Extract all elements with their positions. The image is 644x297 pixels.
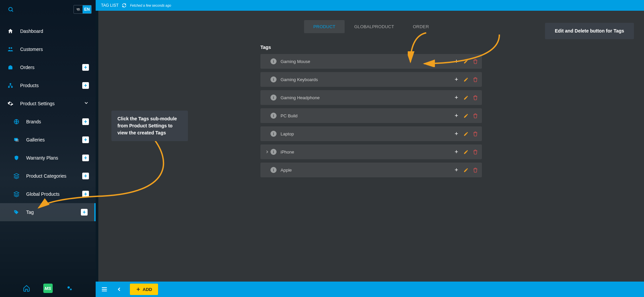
nav-add-orders[interactable]: + [82,64,89,71]
back-button[interactable] [115,285,123,293]
chevron-right-icon [265,150,269,154]
subnav-add-warranty[interactable]: + [82,155,89,161]
trash-icon [473,131,478,136]
delete-button[interactable] [472,130,479,137]
subnav-categories[interactable]: Product Categories + [0,167,96,185]
nav-product-settings[interactable]: Product Settings [0,95,96,113]
search-icon [8,6,14,12]
subnav-add-brands[interactable]: + [82,118,89,125]
add-child-button[interactable]: + [453,94,460,101]
nav-add-products[interactable]: + [82,82,89,89]
language-toggle: বাং EN [73,5,92,14]
svg-rect-9 [15,139,19,142]
refresh-button[interactable] [122,3,127,8]
products-icon [7,82,14,89]
info-icon[interactable]: i [270,95,277,101]
tab-globalproduct[interactable]: GLOBALPRODUCT [345,20,403,33]
subnav-add-categories[interactable]: + [82,173,89,179]
subnav-global-products[interactable]: Global Products + [0,185,96,203]
menu-button[interactable] [100,285,108,293]
delete-button[interactable] [472,148,479,155]
trash-icon [473,168,478,173]
info-icon[interactable]: i [270,131,277,137]
tab-order[interactable]: ORDER [403,20,438,33]
tag-actions: + [453,112,479,119]
info-icon[interactable]: i [270,113,277,119]
tag-actions: + [453,167,479,173]
nav-label-dashboard: Dashboard [20,28,89,34]
edit-button[interactable] [462,130,469,137]
callout-tags-submodule: Click the Tags sub-module from Product S… [111,111,188,141]
info-icon[interactable]: i [270,76,277,82]
menu-icon [101,286,108,293]
subnav-add-galleries[interactable]: + [82,136,89,143]
nav-label-products: Products [20,83,82,88]
footer-settings[interactable] [65,284,73,292]
subnav-brands[interactable]: Brands + [0,113,96,131]
svg-point-10 [15,211,15,212]
lang-en[interactable]: EN [83,5,91,13]
delete-button[interactable] [472,94,479,101]
sidebar-footer: MS [0,280,96,297]
delete-button[interactable] [472,76,479,83]
edit-button[interactable] [462,94,469,101]
trash-icon [473,95,478,100]
info-icon[interactable]: i [270,149,277,155]
info-icon[interactable]: i [270,58,277,64]
edit-button[interactable] [462,148,469,155]
edit-button[interactable] [462,76,469,83]
orders-icon [7,64,14,71]
svg-rect-4 [10,83,11,85]
svg-point-3 [11,47,12,49]
add-child-button[interactable]: + [453,167,460,173]
ms-logo[interactable]: MS [43,284,53,293]
add-child-button[interactable]: + [453,58,460,65]
search-button[interactable] [4,3,17,16]
add-child-button[interactable]: + [453,130,460,137]
pencil-icon [463,150,468,155]
section-heading: Tags [260,45,482,50]
tab-product[interactable]: PRODUCT [304,20,345,33]
info-icon[interactable]: i [270,167,277,173]
tag-row: iGaming Headphone+ [260,90,482,105]
expand-toggle[interactable] [264,150,270,154]
edit-button[interactable] [462,112,469,119]
nav-orders[interactable]: Orders + [0,58,96,76]
pencil-icon [463,59,468,64]
gear-icon [7,100,14,107]
subnav-tag[interactable]: Tag + [0,203,96,221]
delete-button[interactable] [472,112,479,119]
svg-rect-6 [11,86,13,88]
lang-bn[interactable]: বাং [74,5,83,13]
delete-button[interactable] [472,167,479,173]
subnav-warranty[interactable]: Warranty Plans + [0,149,96,167]
edit-button[interactable] [462,167,469,173]
callout-edit-delete: Edit and Delete button for Tags [545,23,634,39]
tag-actions: + [453,76,479,83]
tag-actions: + [453,130,479,137]
add-child-button[interactable]: + [453,76,460,83]
svg-point-12 [70,289,71,290]
shield-icon [13,154,20,162]
pencil-icon [463,77,468,82]
svg-rect-5 [8,86,10,88]
subnav-galleries[interactable]: Galleries + [0,131,96,149]
tag-name: Apple [281,168,453,173]
add-button[interactable]: ADD [130,284,158,295]
add-child-button[interactable]: + [453,148,460,155]
nav-customers[interactable]: Customers [0,40,96,58]
delete-button[interactable] [472,58,479,65]
subnav-add-global-products[interactable]: + [82,191,89,197]
nav-products[interactable]: Products + [0,76,96,95]
add-child-button[interactable]: + [453,112,460,119]
pencil-icon [463,168,468,173]
footer-home[interactable] [22,284,31,292]
plus-icon [136,287,141,292]
subnav-add-tag[interactable]: + [81,209,88,216]
tag-actions: + [453,148,479,155]
refresh-icon [122,3,127,8]
nav-dashboard[interactable]: Dashboard [0,22,96,40]
edit-button[interactable] [462,58,469,65]
tag-name: Gaming Headphone [281,95,453,100]
trash-icon [473,77,478,82]
